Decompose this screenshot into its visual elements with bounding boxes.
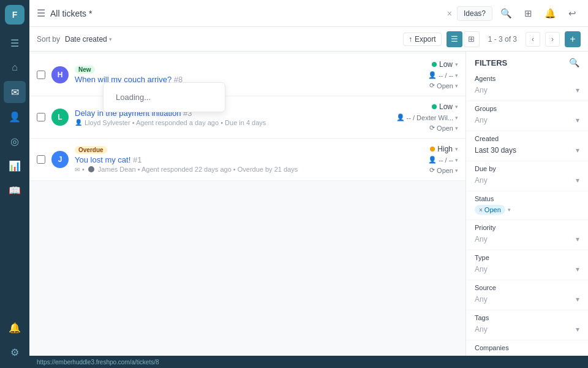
table-row[interactable]: L Delay in the payment initiation #3 👤 L… [29, 96, 466, 139]
topbar-actions: Ideas? 🔍 ⊞ 🔔 ↩ [457, 5, 581, 22]
filter-priority-chevron-icon: ▾ [576, 235, 579, 243]
priority-row: High ▾ [430, 145, 458, 153]
filter-groups: Groups Any ▾ [466, 101, 588, 131]
filter-created-label: Created [475, 135, 579, 142]
sidebar-icon-tickets[interactable]: ✉ [4, 81, 26, 103]
list-view-button[interactable]: ☰ [447, 31, 462, 47]
ticket-checkbox[interactable] [37, 71, 45, 79]
table-row[interactable]: J Overdue You lost my cat! #1 ✉ • James … [29, 139, 466, 181]
search-icon-button[interactable]: 🔍 [497, 5, 514, 22]
sidebar-icon-menu[interactable]: ☰ [4, 32, 26, 54]
table-row[interactable]: H New When will my couch arrive? #8 Low … [29, 54, 466, 96]
priority-chevron-icon[interactable]: ▾ [455, 61, 458, 67]
agent-info: 👤 -- / -- ▾ [428, 156, 458, 164]
priority-row: Low ▾ [432, 102, 458, 111]
ticket-subtitle: ✉ • James Dean • Agent responded 22 days… [75, 166, 354, 173]
sidebar-icon-contacts[interactable]: 👤 [4, 105, 26, 128]
main-content: ☰ All tickets * × Ideas? 🔍 ⊞ 🔔 ↩ Sort by… [29, 0, 588, 368]
tickets-list: H New When will my couch arrive? #8 Low … [29, 52, 466, 356]
filters-header: FILTERS 🔍 [466, 52, 588, 71]
status-chevron-icon[interactable]: ▾ [455, 83, 458, 89]
sidebar-icon-settings[interactable]: ⚙ [4, 341, 26, 363]
sort-date-button[interactable]: Date created ▾ [65, 35, 112, 44]
filters-panel: FILTERS 🔍 Agents Any ▾ Groups Any ▾ [466, 52, 588, 356]
filters-search-button[interactable]: 🔍 [569, 58, 579, 67]
priority-chevron-icon[interactable]: ▾ [455, 104, 458, 110]
ticket-checkbox[interactable] [37, 155, 45, 164]
priority-dot-icon [432, 62, 437, 67]
pagination-info: 1 - 3 of 3 [488, 35, 517, 44]
topbar: ☰ All tickets * × Ideas? 🔍 ⊞ 🔔 ↩ [29, 0, 588, 27]
status-badge: Open [437, 82, 453, 90]
tickets-and-filters: H New When will my couch arrive? #8 Low … [29, 52, 588, 356]
priority-label: Low [439, 60, 453, 69]
status-icon: ⟳ [429, 166, 435, 174]
avatar: L [51, 109, 69, 126]
logo[interactable]: F [5, 5, 24, 25]
next-page-button[interactable]: › [545, 32, 560, 47]
statusbar-url: https://emberhuddle3.freshpo.com/a/ticke… [37, 359, 159, 366]
close-tab-button[interactable]: × [447, 9, 452, 18]
status-chevron-icon[interactable]: ▾ [455, 167, 458, 174]
filter-status-chevron-icon[interactable]: ▾ [508, 207, 511, 213]
filter-source-select[interactable]: Any ▾ [475, 294, 579, 305]
sidebar-icon-solutions[interactable]: 📖 [4, 179, 26, 201]
back-icon-button[interactable]: ↩ [564, 5, 581, 22]
filter-due-by-label: Due by [475, 165, 579, 172]
filter-status-tags: × Open ▾ [475, 205, 579, 215]
priority-row: Low ▾ [432, 60, 458, 69]
filter-priority-select[interactable]: Any ▾ [475, 234, 579, 245]
topbar-menu-icon[interactable]: ☰ [37, 7, 45, 19]
avatar: J [51, 151, 69, 168]
sidebar-icon-reports[interactable]: 📊 [4, 155, 26, 177]
sidebar-icon-notifications[interactable]: 🔔 [4, 316, 26, 339]
filter-created: Created Last 30 days ▾ [466, 131, 588, 161]
sidebar-icon-companies[interactable]: ◎ [4, 130, 26, 152]
ticket-checkbox[interactable] [37, 113, 45, 121]
ticket-title: You lost my cat! #1 [75, 155, 354, 164]
status-icon: ⟳ [429, 82, 435, 90]
new-badge: New [75, 66, 95, 74]
sidebar: F ☰ ⌂ ✉ 👤 ◎ 📊 📖 🔔 ⚙ [0, 0, 29, 368]
filter-agents-label: Agents [475, 75, 579, 82]
prev-page-button[interactable]: ‹ [526, 32, 540, 47]
filter-due-by-chevron-icon: ▾ [576, 176, 579, 185]
status-chevron-icon[interactable]: ▾ [455, 125, 458, 131]
overdue-badge: Overdue [75, 146, 107, 154]
filter-tags: Tags Any ▾ [466, 310, 588, 340]
ticket-badge-row: New [75, 66, 354, 74]
filter-tags-select[interactable]: Any ▾ [475, 324, 579, 335]
priority-dot-icon [432, 104, 437, 109]
agent-info: 👤 -- / -- ▾ [428, 71, 458, 79]
filter-groups-label: Groups [475, 105, 579, 112]
priority-dot-icon [430, 147, 435, 151]
filter-status-label: Status [475, 195, 579, 202]
status-tag-close-icon[interactable]: × [479, 207, 483, 213]
priority-chevron-icon[interactable]: ▾ [455, 146, 458, 152]
avatar: H [51, 66, 69, 83]
sidebar-icon-home[interactable]: ⌂ [4, 56, 26, 79]
agent-info: 👤 -- / Dexter Wil... ▾ [396, 113, 458, 121]
filter-agents-select[interactable]: Any ▾ [475, 85, 579, 96]
filter-companies-label: Companies [475, 344, 579, 351]
agent-chevron-icon[interactable]: ▾ [455, 157, 458, 163]
status-badge: Open [437, 125, 453, 132]
add-icon-button[interactable]: ⊞ [519, 5, 537, 22]
grid-view-button[interactable]: ⊞ [464, 31, 480, 47]
page-title: All tickets * [50, 9, 440, 18]
filter-groups-select[interactable]: Any ▾ [475, 115, 579, 126]
loading-dropdown: Loading... [103, 82, 225, 112]
filter-type-select[interactable]: Any ▾ [475, 264, 579, 275]
add-ticket-button[interactable]: + [565, 31, 581, 47]
ideas-button[interactable]: Ideas? [457, 6, 492, 21]
filter-created-select[interactable]: Last 30 days ▾ [475, 145, 579, 156]
agent-chevron-icon[interactable]: ▾ [455, 72, 458, 79]
agent-dot-icon: • [82, 166, 85, 173]
ticket-main: Overdue You lost my cat! #1 ✉ • James De… [75, 146, 354, 173]
filter-created-chevron-icon: ▾ [576, 146, 579, 155]
filter-type: Type Any ▾ [466, 250, 588, 280]
export-button[interactable]: ↑ Export [403, 33, 442, 46]
filter-due-by-select[interactable]: Any ▾ [475, 175, 579, 186]
agent-chevron-icon[interactable]: ▾ [455, 115, 458, 121]
notifications-icon-button[interactable]: 🔔 [541, 5, 559, 22]
